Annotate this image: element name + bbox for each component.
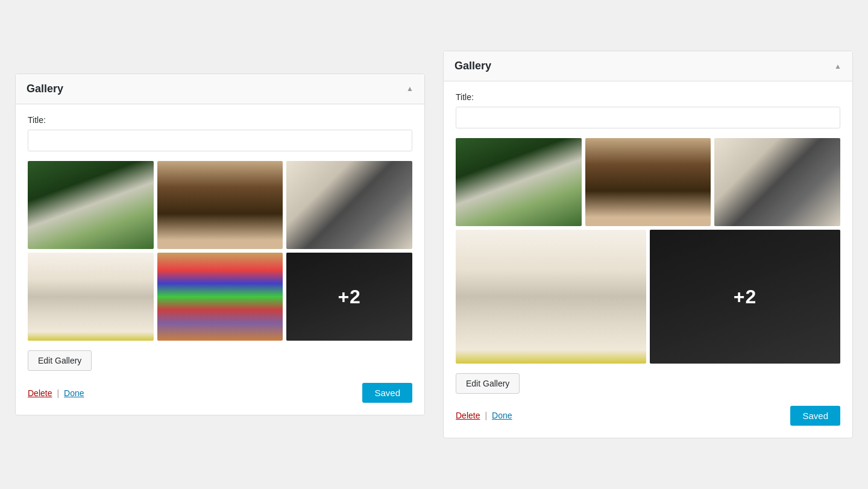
delete-link-1[interactable]: Delete [28,388,52,398]
saved-button-2[interactable]: Saved [790,406,840,426]
gallery-item-person [157,161,283,249]
widget-header-2: Gallery ▲ [444,51,852,81]
separator-1: | [57,388,59,398]
done-link-2[interactable]: Done [492,411,512,420]
widget-actions-2: Edit Gallery [456,373,840,394]
edit-gallery-button-2[interactable]: Edit Gallery [456,373,520,394]
gallery-item-person-2 [585,138,711,226]
widget-actions-1: Edit Gallery [28,350,412,371]
done-link-1[interactable]: Done [64,388,84,398]
widget-footer-1: Delete | Done Saved [28,380,412,403]
title-label-1: Title: [28,115,412,125]
photo-pen-2 [714,138,840,226]
gallery-item-notebook-2: +2 [650,230,840,363]
edit-gallery-button-1[interactable]: Edit Gallery [28,350,92,371]
overlay-count-1: +2 [286,253,412,341]
separator-2: | [485,411,487,420]
widget-toggle-icon-1[interactable]: ▲ [406,84,414,93]
footer-links-2: Delete | Done [456,411,512,420]
gallery-item-pen-2 [714,138,840,226]
gallery-item-pen [286,161,412,249]
photo-bookshelf [157,253,283,341]
gallery-item-bookshelf [157,253,283,341]
widget-body-2: Title: +2 Edit Gallery [444,81,852,437]
gallery-bottom-row-2: +2 [456,230,840,363]
widget-title-1: Gallery [27,83,63,95]
widget-title-2: Gallery [454,60,491,72]
footer-links-1: Delete | Done [28,388,84,398]
gallery-widget-1: Gallery ▲ Title: +2 [15,74,425,415]
title-label-2: Title: [456,92,840,102]
gallery-item-notebook: +2 [286,253,412,341]
gallery-item-forest-2 [456,138,582,226]
widget-body-1: Title: +2 Edit [16,104,424,415]
photo-forest-2 [456,138,582,226]
photo-person-2 [585,138,711,226]
photo-book-open [28,253,154,341]
saved-button-1[interactable]: Saved [362,383,412,403]
gallery-item-book-open-2 [456,230,646,363]
widget-header-1: Gallery ▲ [16,74,424,104]
photo-forest [28,161,154,249]
title-input-2[interactable] [456,107,840,128]
photo-person [157,161,283,249]
gallery-bottom-row-1: +2 [28,253,412,341]
gallery-item-book-open [28,253,154,341]
gallery-widget-2: Gallery ▲ Title: +2 Edit [443,51,853,438]
gallery-top-row-2 [456,138,840,226]
delete-link-2[interactable]: Delete [456,411,480,420]
gallery-top-row-1 [28,161,412,249]
photo-pen [286,161,412,249]
overlay-count-2: +2 [650,230,840,363]
gallery-item-forest [28,161,154,249]
widget-footer-2: Delete | Done Saved [456,403,840,426]
title-input-1[interactable] [28,130,412,151]
photo-book-open-2 [456,230,646,363]
widget-toggle-icon-2[interactable]: ▲ [834,62,841,71]
